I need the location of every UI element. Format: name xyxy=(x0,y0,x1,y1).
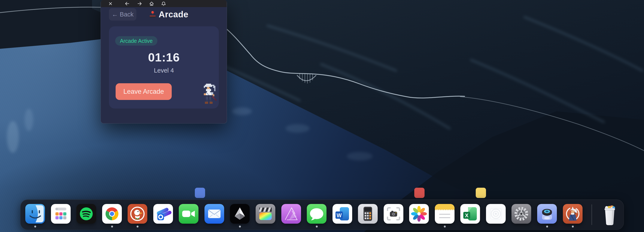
dock-item-facetime[interactable] xyxy=(179,204,198,228)
dock-item-outlook[interactable] xyxy=(153,204,173,228)
dock: W xyxy=(20,200,624,230)
dock-item-system-settings[interactable] xyxy=(512,204,531,228)
coastline-graphic xyxy=(0,0,644,232)
game-platform-red xyxy=(414,188,424,198)
desktop: { "arcade_window": { "titlebar": { "icon… xyxy=(0,0,644,232)
dock-item-affinity-photo[interactable] xyxy=(281,204,301,228)
dock-item-messages[interactable] xyxy=(307,204,326,228)
arcade-status-card: Arcade Active 01:16 Level 4 Leave Arcade xyxy=(109,26,219,108)
duckduckgo-icon xyxy=(128,204,147,224)
home-icon[interactable] xyxy=(148,0,155,7)
dock-item-photos[interactable] xyxy=(409,204,429,228)
spotify-icon xyxy=(76,204,96,224)
white-app-icon xyxy=(486,204,506,224)
status-badge: Arcade Active xyxy=(115,36,157,46)
level-label: Level 4 xyxy=(109,67,219,74)
dock-item-finder[interactable] xyxy=(25,204,45,228)
page-title: Arcade xyxy=(159,10,188,19)
arcade-timer: 01:16 xyxy=(109,50,219,64)
gear-icon xyxy=(512,204,531,224)
dock-item-trash[interactable] xyxy=(599,203,620,227)
dock-item-chrome[interactable] xyxy=(102,204,122,228)
outlook-icon xyxy=(153,204,173,224)
trash-full-icon xyxy=(599,203,620,227)
dock-item-screenshot[interactable] xyxy=(384,204,403,228)
affinity-icon xyxy=(281,204,301,224)
word-icon: W xyxy=(332,204,352,224)
wallpaper xyxy=(0,0,644,232)
arcade-header: Arcade xyxy=(149,8,188,20)
forward-arrow-icon[interactable] xyxy=(136,0,143,7)
samurai-app-icon xyxy=(563,204,582,224)
dock-item-lens-app[interactable] xyxy=(537,204,557,228)
svg-text:X: X xyxy=(465,212,468,218)
photos-icon xyxy=(409,204,429,224)
calculator-icon xyxy=(358,204,378,224)
excel-icon: X xyxy=(460,204,480,224)
dock-item-excel[interactable]: X xyxy=(460,204,480,228)
running-indicator xyxy=(546,226,548,228)
game-platform-yellow xyxy=(476,188,486,198)
dock-item-mail[interactable] xyxy=(204,204,224,228)
screenshot-icon xyxy=(384,204,403,224)
dock-item-word[interactable]: W xyxy=(332,204,352,228)
running-indicator xyxy=(34,226,36,228)
joystick-icon xyxy=(149,10,156,18)
pixel-warrior-sprite xyxy=(203,84,216,106)
svg-text:W: W xyxy=(336,212,342,218)
dock-item-samurai-app[interactable] xyxy=(563,204,582,228)
dock-item-final-cut-pro[interactable] xyxy=(256,204,275,228)
status-badge-label: Arcade Active xyxy=(120,38,153,44)
dock-item-calculator[interactable] xyxy=(358,204,378,228)
dock-item-launchpad[interactable] xyxy=(51,204,71,228)
chrome-icon xyxy=(102,204,122,224)
back-button-label: ← Back xyxy=(112,11,134,18)
close-icon[interactable] xyxy=(107,0,114,7)
leave-arcade-button[interactable]: Leave Arcade xyxy=(116,83,172,100)
mail-icon xyxy=(204,204,224,224)
back-button[interactable]: ← Back xyxy=(109,8,136,20)
running-indicator xyxy=(136,226,138,228)
window-titlebar xyxy=(101,0,227,7)
running-indicator xyxy=(572,226,574,228)
running-indicator xyxy=(316,226,318,228)
arcade-window: ← Back Arcade Arcade Active 01:16 Level … xyxy=(100,0,227,124)
dock-item-notes[interactable] xyxy=(435,204,454,228)
finder-icon xyxy=(25,204,45,224)
camera-lens-app-icon xyxy=(537,204,557,224)
dock-item-white-app[interactable] xyxy=(486,204,506,228)
cube-3d-icon xyxy=(230,204,250,224)
running-indicator xyxy=(239,226,241,228)
dock-item-spotify[interactable] xyxy=(76,204,96,228)
running-indicator xyxy=(111,226,113,228)
final-cut-icon xyxy=(256,204,275,224)
facetime-icon xyxy=(179,204,198,224)
messages-icon xyxy=(307,204,326,224)
launchpad-icon xyxy=(51,204,71,224)
dock-item-duckduckgo[interactable] xyxy=(128,204,147,228)
running-indicator xyxy=(444,226,446,228)
dock-item-3d-viewer[interactable] xyxy=(230,204,250,228)
game-platform-blue xyxy=(195,188,205,198)
bell-icon[interactable] xyxy=(160,0,167,7)
notes-icon xyxy=(435,204,454,224)
dock-divider xyxy=(592,204,592,225)
back-arrow-icon[interactable] xyxy=(124,0,130,7)
